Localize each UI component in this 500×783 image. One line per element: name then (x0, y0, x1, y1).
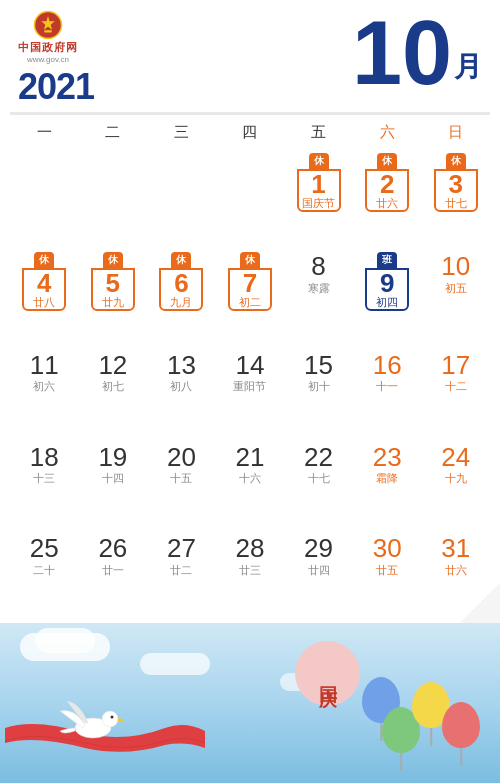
day-cell: 19十四 (79, 440, 148, 528)
guoqing-text: 国庆 (316, 672, 340, 676)
work-badge-wrap: 班9初四 (365, 252, 409, 311)
lunar-text: 寒露 (308, 281, 330, 295)
day-cell: 休5廿九 (79, 249, 148, 344)
day-header-二: 二 (79, 121, 148, 144)
holiday-badge: 休 (446, 153, 466, 169)
day-number: 1 (311, 171, 325, 197)
day-cell: 13初八 (147, 348, 216, 436)
day-cell: 10初五 (421, 249, 490, 344)
svg-point-6 (111, 716, 114, 719)
day-number: 26 (98, 534, 127, 563)
day-cell: 25二十 (10, 531, 79, 619)
day-number: 18 (30, 443, 59, 472)
national-emblem-icon (33, 10, 63, 40)
day-cell: 休4廿八 (10, 249, 79, 344)
day-cell: 21十六 (216, 440, 285, 528)
day-header-五: 五 (284, 121, 353, 144)
year-text: 2021 (18, 66, 94, 108)
day-headers: 一二三四五六日 (0, 115, 500, 146)
day-cell: 28廿三 (216, 531, 285, 619)
guoqing-bubble: 国庆 (295, 641, 360, 706)
lunar-text: 十二 (445, 379, 467, 393)
day-cell: 18十三 (10, 440, 79, 528)
lunar-text: 国庆节 (302, 197, 335, 210)
logo-sub: www.gov.cn (27, 55, 69, 64)
day-box: 2廿六 (365, 169, 409, 212)
lunar-text: 十四 (102, 471, 124, 485)
day-number: 9 (380, 270, 394, 296)
day-cell: 15初十 (284, 348, 353, 436)
day-cell (79, 150, 148, 245)
lunar-text: 十五 (170, 471, 192, 485)
lunar-text: 十七 (308, 471, 330, 485)
day-cell (10, 150, 79, 245)
holiday-badge-wrap: 休4廿八 (22, 252, 66, 311)
lunar-text: 十一 (376, 379, 398, 393)
lunar-text: 廿七 (445, 197, 467, 210)
day-header-四: 四 (216, 121, 285, 144)
holiday-badge-wrap: 休3廿七 (434, 153, 478, 212)
lunar-text: 廿八 (33, 296, 55, 309)
day-number: 13 (167, 351, 196, 380)
day-cell (147, 150, 216, 245)
day-number: 10 (441, 252, 470, 281)
day-cell: 休1国庆节 (284, 150, 353, 245)
day-number: 8 (311, 252, 325, 281)
day-number: 5 (106, 270, 120, 296)
day-number: 24 (441, 443, 470, 472)
day-cell: 29廿四 (284, 531, 353, 619)
cloud-2 (35, 628, 95, 653)
day-box: 3廿七 (434, 169, 478, 212)
day-number: 6 (174, 270, 188, 296)
day-number: 7 (243, 270, 257, 296)
svg-point-4 (102, 711, 118, 727)
holiday-badge: 休 (309, 153, 329, 169)
holiday-badge: 休 (171, 252, 191, 268)
cloud-3 (140, 653, 210, 675)
day-cell: 休6九月 (147, 249, 216, 344)
day-number: 3 (448, 171, 462, 197)
day-box: 1国庆节 (297, 169, 341, 212)
day-number: 27 (167, 534, 196, 563)
day-cell: 班9初四 (353, 249, 422, 344)
day-number: 14 (236, 351, 265, 380)
month-title: 10 月 (352, 8, 482, 98)
day-cell: 休7初二 (216, 249, 285, 344)
day-number: 29 (304, 534, 333, 563)
lunar-text: 初十 (308, 379, 330, 393)
day-header-一: 一 (10, 121, 79, 144)
svg-rect-2 (44, 30, 52, 32)
day-number: 25 (30, 534, 59, 563)
day-cell: 休2廿六 (353, 150, 422, 245)
day-box: 7初二 (228, 268, 272, 311)
day-number: 23 (373, 443, 402, 472)
calendar-container: 中国政府网 www.gov.cn 10 月 2021 一二三四五六日 休1国庆节… (0, 0, 500, 783)
lunar-text: 廿五 (376, 563, 398, 577)
day-number: 28 (236, 534, 265, 563)
lunar-text: 初五 (445, 281, 467, 295)
lunar-text: 廿一 (102, 563, 124, 577)
day-number: 20 (167, 443, 196, 472)
lunar-text: 初四 (376, 296, 398, 309)
day-number: 16 (373, 351, 402, 380)
month-char: 月 (454, 48, 482, 86)
day-number: 22 (304, 443, 333, 472)
day-cell: 12初七 (79, 348, 148, 436)
day-number: 15 (304, 351, 333, 380)
day-cell: 20十五 (147, 440, 216, 528)
dove-icon (55, 693, 130, 748)
lunar-text: 九月 (170, 296, 192, 309)
lunar-text: 廿二 (170, 563, 192, 577)
lunar-text: 十九 (445, 471, 467, 485)
day-cell: 11初六 (10, 348, 79, 436)
holiday-badge-wrap: 休5廿九 (91, 252, 135, 311)
holiday-badge: 休 (377, 153, 397, 169)
day-cell: 26廿一 (79, 531, 148, 619)
lunar-text: 初七 (102, 379, 124, 393)
lunar-text: 廿六 (376, 197, 398, 210)
logo-area: 中国政府网 www.gov.cn (18, 10, 78, 64)
day-number: 17 (441, 351, 470, 380)
work-badge: 班 (377, 252, 397, 268)
illustration: 国庆 (0, 623, 500, 783)
holiday-badge-wrap: 休6九月 (159, 252, 203, 311)
